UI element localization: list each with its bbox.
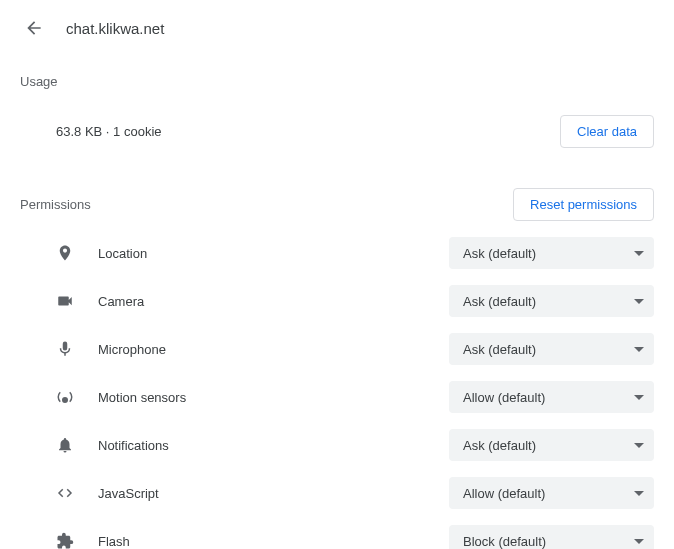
permission-row: NotificationsAsk (default) xyxy=(0,421,674,469)
permission-row: CameraAsk (default) xyxy=(0,277,674,325)
notifications-icon xyxy=(56,436,84,454)
permission-dropdown[interactable]: Ask (default) xyxy=(449,285,654,317)
chevron-down-icon xyxy=(634,395,644,400)
permission-label: Motion sensors xyxy=(98,390,449,405)
permission-label: Flash xyxy=(98,534,449,549)
chevron-down-icon xyxy=(634,443,644,448)
site-title: chat.klikwa.net xyxy=(66,20,164,37)
chevron-down-icon xyxy=(634,299,644,304)
back-button[interactable] xyxy=(24,18,44,38)
chevron-down-icon xyxy=(634,539,644,544)
motion-sensors-icon xyxy=(56,388,84,406)
chevron-down-icon xyxy=(634,347,644,352)
permission-dropdown[interactable]: Allow (default) xyxy=(449,381,654,413)
permission-row: JavaScriptAllow (default) xyxy=(0,469,674,517)
camera-icon xyxy=(56,292,84,310)
permission-label: Notifications xyxy=(98,438,449,453)
permission-value: Ask (default) xyxy=(463,438,634,453)
permission-label: Camera xyxy=(98,294,449,309)
arrow-left-icon xyxy=(24,18,44,38)
permission-row: Motion sensorsAllow (default) xyxy=(0,373,674,421)
reset-permissions-button[interactable]: Reset permissions xyxy=(513,188,654,221)
permission-value: Ask (default) xyxy=(463,342,634,357)
permission-row: FlashBlock (default) xyxy=(0,517,674,549)
chevron-down-icon xyxy=(634,491,644,496)
permissions-section-header: Permissions Reset permissions xyxy=(0,166,674,229)
flash-icon xyxy=(56,532,84,549)
location-icon xyxy=(56,244,84,262)
permission-dropdown[interactable]: Allow (default) xyxy=(449,477,654,509)
permission-row: LocationAsk (default) xyxy=(0,229,674,277)
permissions-section-label: Permissions xyxy=(20,197,513,212)
permission-value: Block (default) xyxy=(463,534,634,549)
permission-value: Allow (default) xyxy=(463,390,634,405)
permission-row: MicrophoneAsk (default) xyxy=(0,325,674,373)
permission-dropdown[interactable]: Ask (default) xyxy=(449,333,654,365)
usage-section-label: Usage xyxy=(0,52,674,97)
permission-value: Allow (default) xyxy=(463,486,634,501)
microphone-icon xyxy=(56,340,84,358)
javascript-icon xyxy=(56,484,84,502)
clear-data-button[interactable]: Clear data xyxy=(560,115,654,148)
usage-row: 63.8 KB · 1 cookie Clear data xyxy=(0,97,674,166)
permission-dropdown[interactable]: Ask (default) xyxy=(449,237,654,269)
page-header: chat.klikwa.net xyxy=(0,0,674,52)
permission-value: Ask (default) xyxy=(463,294,634,309)
permission-label: Microphone xyxy=(98,342,449,357)
permission-label: JavaScript xyxy=(98,486,449,501)
permission-dropdown[interactable]: Ask (default) xyxy=(449,429,654,461)
permission-label: Location xyxy=(98,246,449,261)
permission-dropdown[interactable]: Block (default) xyxy=(449,525,654,549)
usage-summary: 63.8 KB · 1 cookie xyxy=(56,124,560,139)
chevron-down-icon xyxy=(634,251,644,256)
permission-value: Ask (default) xyxy=(463,246,634,261)
permissions-list: LocationAsk (default)CameraAsk (default)… xyxy=(0,229,674,549)
